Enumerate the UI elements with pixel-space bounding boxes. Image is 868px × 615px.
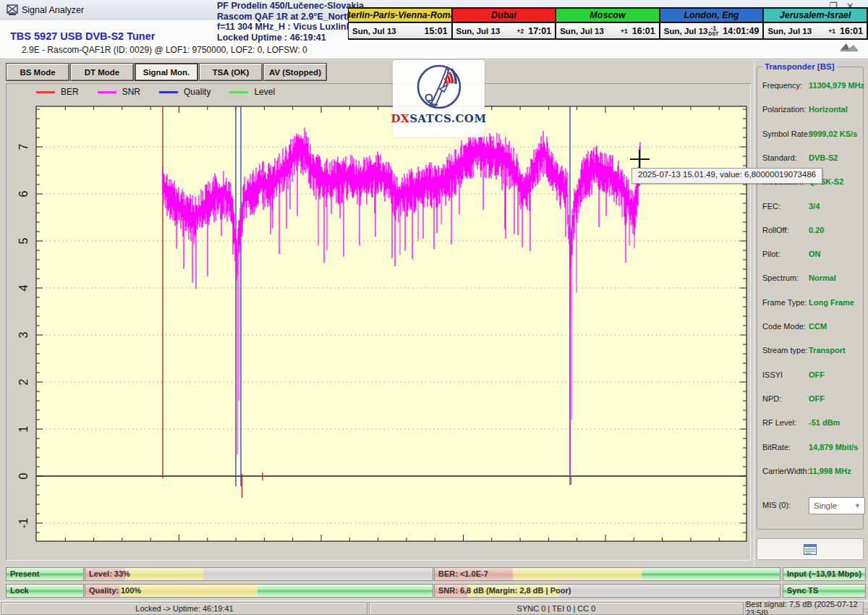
bar-label: Level: 33% (89, 569, 130, 578)
syncts-indicator: Sync TS (783, 584, 866, 598)
lock-indicator: Lock (6, 584, 84, 598)
transponder-list-button[interactable] (757, 538, 864, 560)
bar-zone-gray (203, 568, 433, 580)
legend-label: Quality (184, 87, 210, 97)
legend-label: SNR (122, 87, 140, 97)
transponder-label: Symbol Rate: (762, 130, 810, 138)
bar-label: Input (~13,91 Mbps) (787, 569, 861, 578)
clock-city-label: Moscow (556, 9, 659, 23)
transponder-value: 11304,979 MHz (809, 81, 864, 90)
resize-grip[interactable] (862, 608, 868, 614)
bar-label: Lock (10, 586, 29, 595)
transponder-value: Horizontal (809, 105, 848, 114)
legend-label: Level (254, 87, 275, 97)
signal-analyzer-window: Signal Analyzer ❐✕ TBS 5927 USB DVB-S2 T… (0, 0, 868, 615)
tab-bs-mode[interactable]: BS Mode (6, 63, 69, 81)
dxsatcs-logo-icon (413, 60, 465, 114)
clock-time-row: Sun, Jul 13-1DST14:01:49 (660, 23, 763, 38)
transponder-value: Long Frame (809, 298, 854, 307)
y-axis-label: 1 (17, 425, 30, 432)
transponder-label: FEC: (762, 202, 780, 211)
transponder-value: CCM (809, 322, 827, 331)
tab-dt-mode[interactable]: DT Mode (70, 63, 134, 81)
legend-item-level: Level (229, 87, 275, 97)
transponder-value: Normal (809, 273, 836, 282)
clock-utc-offset: +2 (517, 28, 527, 34)
transponder-title: Transponder [BS] (762, 62, 836, 71)
site-info-line: Locked Uptime : 46:19:41 (217, 33, 362, 43)
statusbar-sync-counters: SYNC 0 | TEI 0 | CC 0 (369, 602, 744, 615)
world-clocks: Berlin-Paris-Vienna-RomaSun, Jul 1315:01… (349, 7, 868, 40)
y-axis-label: 0 (17, 472, 30, 479)
transponder-label: Polarization: (762, 105, 807, 114)
transponder-label: CarrierWidth: (762, 467, 809, 475)
input-indicator: Input (~13,91 Mbps) (783, 567, 866, 581)
transponder-label: RollOff: (762, 226, 788, 234)
level-bar: Level: 33% (85, 567, 433, 581)
y-axis-label: -1 (17, 518, 30, 528)
legend-color-dash (98, 91, 116, 93)
transponder-value: Transport (809, 346, 846, 355)
chevron-down-icon: ▼ (854, 502, 864, 509)
clock-date: Sun, Jul 13 (560, 27, 604, 35)
mis-selected-value: Single (814, 501, 837, 510)
site-info-line: f=11 304 MHz_H : Vicus Luxlink (217, 22, 362, 33)
clock-time: 17:01 (528, 26, 551, 36)
transponder-value: 0.20 (809, 226, 824, 234)
clock-time: 14:01:49 (723, 26, 759, 36)
y-axis-label: 3 (17, 331, 30, 338)
bar-label: Quality: 100% (89, 586, 141, 595)
app-icon (7, 4, 18, 16)
transponder-label: NPD: (762, 394, 781, 403)
transponder-label: Pilot: (762, 250, 780, 258)
crosshair-cursor (630, 158, 650, 160)
bar-zone-yellow (125, 568, 203, 580)
snr-bar: SNR: 6,8 dB (Margin: 2,8 dB | Poor) (434, 584, 780, 598)
y-axis-label: 6 (17, 190, 30, 197)
list-icon (804, 544, 817, 555)
clock-time: 16:01 (840, 26, 863, 36)
bar-zone-green (642, 568, 780, 580)
window-title: Signal Analyzer (22, 5, 84, 15)
clock-date: Sun, Jul 13 (456, 27, 501, 35)
transponder-label: Code Mode: (762, 322, 806, 331)
transponder-label: Stream type: (762, 346, 807, 355)
chart-legend: BERSNRQualityLevel (36, 87, 275, 97)
transponder-label: Standard: (762, 153, 797, 162)
clock-time: 16:01 (632, 26, 655, 36)
transponder-value: ON (809, 250, 821, 258)
tab-tsa-ok-[interactable]: TSA (OK) (199, 63, 263, 81)
clock-time-row: Sun, Jul 1315:01 (349, 23, 451, 38)
tab-signal-mon-[interactable]: Signal Mon. (135, 63, 198, 81)
bar-label: SNR: 6,8 dB (Margin: 2,8 dB | Poor) (438, 586, 571, 595)
clock-city-label: Berlin-Paris-Vienna-Roma (349, 9, 451, 23)
transponder-label: ISSYI (762, 370, 783, 379)
clock-time-row: Sun, Jul 13+116:01 (764, 23, 867, 38)
transponder-value: DVB-S2 (809, 153, 838, 162)
transponder-value: OFF (809, 394, 825, 403)
clock-london-eng: London, EngSun, Jul 13-1DST14:01:49 (660, 7, 765, 40)
bar-zone-yellow (513, 568, 642, 580)
legend-color-dash (159, 91, 178, 93)
clock-moscow: MoscowSun, Jul 13+116:01 (556, 7, 660, 40)
device-title: TBS 5927 USB DVB-S2 Tuner (10, 30, 155, 42)
mis-dropdown[interactable]: Single ▼ (809, 497, 865, 514)
bar-label: BER: <1.0E-7 (438, 569, 488, 578)
legend-item-snr: SNR (98, 87, 140, 97)
clock-time-row: Sun, Jul 13+116:01 (556, 23, 659, 38)
transponder-label: RF Level: (762, 418, 796, 427)
y-axis-label: 5 (17, 237, 30, 244)
clock-time-row: Sun, Jul 13+217:01 (453, 23, 556, 38)
dxsatcs-text: DXSATCS.COM (391, 112, 486, 125)
clock-city-label: Dubai (453, 9, 556, 23)
clock-jerusalem-israel: Jerusalem-IsraelSun, Jul 13+116:01 (763, 7, 868, 40)
clock-berlin-paris-vienna-roma: Berlin-Paris-Vienna-RomaSun, Jul 1315:01 (348, 7, 453, 40)
clock-city-label: Jerusalem-Israel (764, 9, 867, 23)
clock-city-label: London, Eng (660, 9, 763, 23)
clock-utc-offset: +1 (621, 28, 631, 34)
clock-time: 15:01 (425, 26, 448, 36)
bar-zone-green (258, 585, 433, 597)
clock-date: Sun, Jul 13 (767, 27, 812, 35)
tab-av-stopped-[interactable]: AV (Stopped) (263, 63, 327, 81)
transponder-value: OFF (809, 370, 825, 379)
